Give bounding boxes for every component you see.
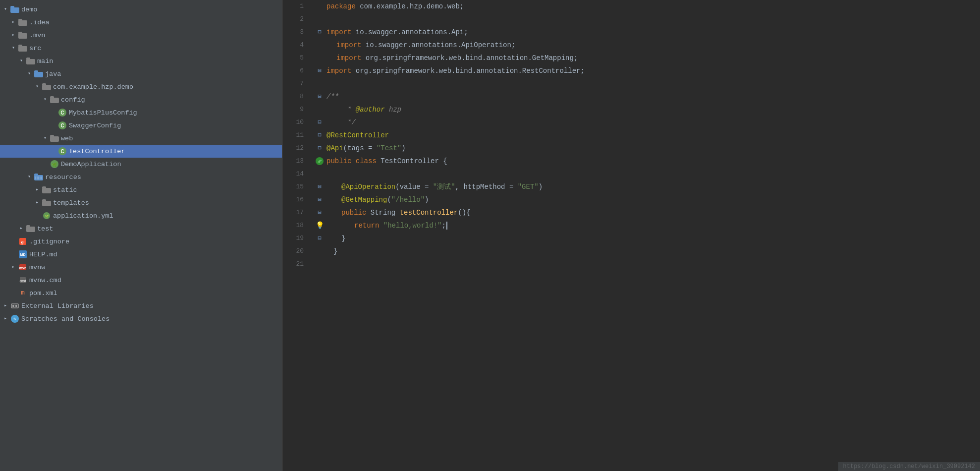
fold-icon-16[interactable]: ⊟ (318, 193, 321, 206)
line-num-3: 3 (282, 26, 304, 39)
cursor-caret (446, 222, 447, 230)
tree-item-test-controller[interactable]: C TestController (0, 145, 282, 158)
gutter-10[interactable]: ⊟ (315, 116, 325, 129)
tree-item-scratches[interactable]: ✎ Scratches and Consoles (0, 312, 282, 325)
tree-item-gitignore[interactable]: gi .gitignore (0, 235, 282, 248)
chevron-test (18, 225, 25, 232)
tree-label-application-yml: application.yml (53, 212, 113, 220)
tree-item-mvn[interactable]: .mvn (0, 29, 282, 42)
tree-item-templates[interactable]: templates (0, 196, 282, 209)
gutter-8[interactable]: ⊟ (315, 90, 325, 103)
tree-item-config[interactable]: config (0, 93, 282, 106)
git-icon-gitignore: gi (18, 236, 28, 246)
line-num-17: 17 (282, 206, 304, 219)
tree-item-swagger[interactable]: C SwaggerConfig (0, 119, 282, 132)
md-icon-help: MD (18, 249, 28, 259)
fold-icon-6[interactable]: ⊟ (318, 64, 321, 77)
code-lines[interactable]: package com.example.hzp.demo.web; ⊟ impo… (310, 0, 980, 471)
line-num-10: 10 (282, 116, 304, 129)
folder-icon-templates (42, 198, 52, 208)
yaml-icon-application: 🌱 (42, 211, 52, 221)
scratch-icon: ✎ (10, 314, 20, 324)
svg-rect-5 (18, 32, 22, 34)
tree-item-mvnw[interactable]: mvn mvnw (0, 261, 282, 274)
fold-icon-8[interactable]: ⊟ (318, 90, 321, 103)
gutter-11[interactable]: ⊟ (315, 129, 325, 142)
tree-item-application-yml[interactable]: 🌱 application.yml (0, 209, 282, 222)
tree-item-test[interactable]: test (0, 222, 282, 235)
folder-icon-test (26, 224, 36, 234)
line-num-2: 2 (282, 13, 304, 26)
chevron-demo (2, 6, 9, 13)
tree-item-idea[interactable]: .idea (0, 16, 282, 29)
token-api-ann: @Api (327, 142, 343, 155)
tree-item-ext-libs[interactable]: External Libraries (0, 299, 282, 312)
fold-icon-12[interactable]: ⊟ (318, 142, 321, 155)
tree-label-test: test (37, 225, 53, 233)
tree-item-pom-xml[interactable]: m pom.xml (0, 287, 282, 299)
tree-item-resources[interactable]: resources (0, 171, 282, 183)
svg-rect-43 (15, 305, 17, 307)
file-tree[interactable]: demo .idea .mvn src main (0, 0, 282, 471)
tree-label-static: static (53, 186, 77, 194)
chevron-src (10, 45, 17, 52)
tree-item-help-md[interactable]: MD HELP.md (0, 248, 282, 261)
chevron-idea (10, 19, 17, 26)
tree-item-com-example[interactable]: com.example.hzp.demo (0, 80, 282, 93)
tree-item-mvnw-cmd[interactable]: cmd mvnw.cmd (0, 274, 282, 287)
gutter-13[interactable] (315, 157, 325, 166)
tree-item-web[interactable]: web (0, 132, 282, 145)
folder-icon-java (34, 69, 44, 79)
chevron-ext-libs (2, 302, 9, 309)
line-numbers: 1 2 3 4 5 6 7 8 9 10 11 12 13 14 15 16 1… (282, 0, 310, 471)
gutter-19[interactable]: ⊟ (315, 232, 325, 245)
token-eq-12: = (364, 142, 377, 155)
gutter-18[interactable]: 💡 (315, 219, 325, 232)
code-editor[interactable]: 1 2 3 4 5 6 7 8 9 10 11 12 13 14 15 16 1… (282, 0, 980, 471)
fold-icon-19[interactable]: ⊟ (318, 232, 321, 245)
tree-item-demo-root[interactable]: demo (0, 3, 282, 16)
bulb-icon-18[interactable]: 💡 (316, 219, 324, 232)
line-num-20: 20 (282, 245, 304, 258)
tree-item-mybatis[interactable]: C MybatisPlusConfig (0, 106, 282, 119)
code-line-19: ⊟ } (315, 232, 980, 245)
token-import-path-6: org.springframework.web.bind.annotation.… (356, 64, 581, 77)
code-line-11: ⊟ @RestController (315, 129, 980, 142)
fold-icon-10[interactable]: ⊟ (318, 116, 321, 129)
code-line-8: ⊟ /** (315, 90, 980, 103)
token-at-author: @author (356, 103, 385, 116)
gutter-12[interactable]: ⊟ (315, 142, 325, 155)
fold-icon-3[interactable]: ⊟ (318, 26, 321, 39)
tree-item-static[interactable]: static (0, 183, 282, 196)
token-semi-3: ; (464, 26, 468, 39)
fold-icon-11[interactable]: ⊟ (318, 129, 321, 142)
folder-icon-idea (18, 17, 28, 27)
gutter-16[interactable]: ⊟ (315, 193, 325, 206)
gutter-3[interactable]: ⊟ (315, 26, 325, 39)
folder-icon-main (26, 56, 36, 66)
tree-item-java[interactable]: java (0, 67, 282, 80)
token-return-str: "hello,world!" (383, 219, 442, 232)
code-line-17: ⊟ public String testController(){ (315, 206, 980, 219)
svg-rect-9 (26, 58, 30, 60)
tree-label-java: java (45, 70, 61, 78)
tree-item-demo-app[interactable]: 🌿 DemoApplication (0, 158, 282, 171)
folder-icon-src (18, 43, 28, 53)
gutter-15[interactable]: ⊟ (315, 180, 325, 193)
token-semi-5: ; (574, 52, 578, 64)
token-string-type: String (371, 206, 400, 219)
code-line-3: ⊟ import io.swagger.annotations.Api; (315, 26, 980, 39)
gutter-6[interactable]: ⊟ (315, 64, 325, 77)
token-paren-open-16: ( (387, 193, 391, 206)
tree-item-src[interactable]: src (0, 42, 282, 55)
fold-icon-17[interactable]: ⊟ (318, 206, 321, 219)
tree-label-help-md: HELP.md (29, 251, 57, 258)
token-getmapping: @GetMapping (341, 193, 387, 206)
token-import-3: import (327, 26, 356, 39)
fold-icon-15[interactable]: ⊟ (318, 180, 321, 193)
svg-rect-28 (42, 186, 46, 189)
tree-label-gitignore: .gitignore (29, 238, 69, 245)
tree-item-main[interactable]: main (0, 55, 282, 67)
class-icon-swagger: C (57, 120, 67, 130)
gutter-17[interactable]: ⊟ (315, 206, 325, 219)
